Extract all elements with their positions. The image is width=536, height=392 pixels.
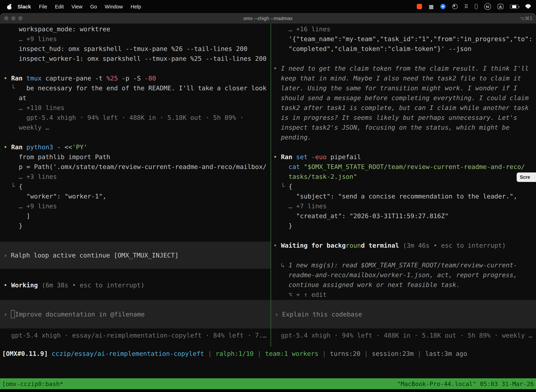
window-title-bar[interactable]: omx --xhigh --madmax ⌥⌘1 xyxy=(0,13,536,23)
grid-app-icon[interactable]: ▦ xyxy=(429,3,434,10)
zoom-button[interactable] xyxy=(18,16,23,20)
terminal-content: workspace_mode: worktree … +9 lines insp… xyxy=(0,23,536,378)
blue-app-icon[interactable] xyxy=(440,4,446,9)
composer-chevron-icon: › xyxy=(4,309,7,319)
right-composer-placeholder: Explain this codebase xyxy=(282,309,362,319)
battery-percent-icon[interactable]: 61 xyxy=(484,3,491,10)
close-button[interactable] xyxy=(4,16,9,20)
menu-window[interactable]: Window xyxy=(101,4,127,9)
macos-menu-bar: Slack File Edit View Go Window Help ▦ ⠿ … xyxy=(0,0,536,13)
tmux-status-bar: [omx-cczip0:bash* "MacBook-Pro-44.local"… xyxy=(0,378,536,389)
inject-prompt-text: Ralph loop active continue [OMX_TMUX_INJ… xyxy=(11,250,179,260)
slim-app-icon[interactable] xyxy=(475,4,478,9)
composer-chevron-icon: › xyxy=(275,309,278,319)
menu-edit[interactable]: Edit xyxy=(51,4,68,9)
window-shortcut-hint: ⌥⌘1 xyxy=(520,16,532,21)
menu-view[interactable]: View xyxy=(68,4,86,9)
text-cursor xyxy=(11,310,15,318)
tmux-host-time-label: "MacBook-Pro-44.local" 05:03 31-Mar-26 xyxy=(397,380,534,387)
screen-recording-indicator-icon[interactable] xyxy=(417,4,422,9)
apple-menu-icon[interactable] xyxy=(7,4,12,9)
omx-session-status-line: [OMX#0.11.9] cczip/essay/ai-reimplementa… xyxy=(2,349,536,359)
menu-go[interactable]: Go xyxy=(86,4,101,9)
menu-app-name[interactable]: Slack xyxy=(18,4,31,9)
prompt-chevron-icon: › xyxy=(4,250,7,260)
right-composer-input[interactable]: › Explain this codebase xyxy=(271,300,536,328)
tmux-pane-left[interactable]: workspace_mode: worktree … +9 lines insp… xyxy=(0,23,270,347)
dots-grid-icon[interactable]: ⠿ xyxy=(464,3,468,10)
left-composer-placeholder: Improve documentation in @filename xyxy=(15,309,145,319)
menu-help[interactable]: Help xyxy=(127,4,145,9)
inject-prompt: › Ralph loop active continue [OMX_TMUX_I… xyxy=(0,242,270,269)
working-status: • Working (6m 38s • esc to interrupt) xyxy=(4,280,144,290)
left-composer-input[interactable]: › Improve documentation in @filename xyxy=(0,300,270,328)
right-model-status-footer: gpt-5.4 xhigh · 94% left · 488K in · 5.1… xyxy=(273,331,536,340)
menu-bar-left: Slack File Edit View Go Window Help xyxy=(0,4,145,9)
minimize-button[interactable] xyxy=(11,16,15,20)
left-terminal-scrollback: workspace_mode: worktree … +9 lines insp… xyxy=(4,24,270,231)
tmux-pane-right[interactable]: … +16 lines '{"team_name":"my-team","tas… xyxy=(271,23,536,347)
window-title: omx --xhigh --madmax xyxy=(0,15,536,21)
screen: Slack File Edit View Go Window Help ▦ ⠿ … xyxy=(0,0,536,392)
input-source-icon[interactable]: A xyxy=(498,4,503,9)
tmux-session-label: [omx-cczip0:bash* xyxy=(2,380,63,387)
menu-bar-status-area: ▦ ⠿ 61 A xyxy=(417,3,536,10)
menu-file[interactable]: File xyxy=(35,4,51,9)
wifi-icon[interactable] xyxy=(525,4,531,9)
traffic-lights xyxy=(0,16,23,20)
left-model-status-footer: gpt-5.4 xhigh · essay/ai-reimplementatio… xyxy=(4,331,270,340)
battery-icon[interactable] xyxy=(510,5,518,9)
screen-notification[interactable]: Scre xyxy=(517,173,536,182)
right-terminal-scrollback: … +16 lines '{"team_name":"my-team","tas… xyxy=(273,24,536,300)
clock-app-icon[interactable] xyxy=(452,4,458,9)
battery-percent-label: 61 xyxy=(486,5,489,8)
